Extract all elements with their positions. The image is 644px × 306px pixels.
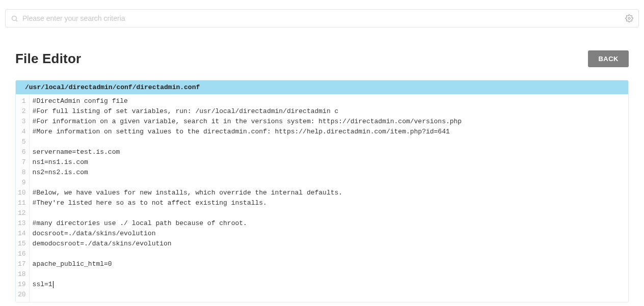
page-title: File Editor xyxy=(15,51,81,67)
line-number: 2 xyxy=(18,106,26,117)
gear-icon[interactable] xyxy=(625,14,633,22)
code-line[interactable] xyxy=(33,249,628,259)
line-number: 14 xyxy=(18,229,26,239)
code-line[interactable]: #They're listed here so as to not affect… xyxy=(33,198,628,208)
code-line[interactable]: #For information on a given variable, se… xyxy=(33,117,628,127)
editor: /usr/local/directadmin/conf/directadmin.… xyxy=(15,80,629,302)
line-number: 15 xyxy=(18,239,26,249)
line-number: 9 xyxy=(18,178,26,188)
code-line[interactable]: ssl=1 xyxy=(33,280,628,290)
code-line[interactable]: apache_public_html=0 xyxy=(33,259,628,269)
code-line[interactable]: #For full listing of set variables, run:… xyxy=(33,106,628,117)
line-number: 17 xyxy=(18,259,26,269)
line-number: 11 xyxy=(18,198,26,208)
line-gutter: 1234567891011121314151617181920 xyxy=(16,94,30,302)
code-line[interactable]: #DirectAdmin config file xyxy=(33,96,628,106)
line-number: 12 xyxy=(18,208,26,218)
line-number: 18 xyxy=(18,269,26,280)
code-line[interactable] xyxy=(33,178,628,188)
line-number: 16 xyxy=(18,249,26,259)
line-number: 4 xyxy=(18,127,26,137)
line-number: 1 xyxy=(18,96,26,106)
page-header: File Editor BACK xyxy=(0,27,644,80)
file-path: /usr/local/directadmin/conf/directadmin.… xyxy=(16,80,628,94)
back-button[interactable]: BACK xyxy=(588,50,629,67)
svg-point-0 xyxy=(12,16,17,20)
line-number: 20 xyxy=(18,290,26,300)
line-number: 10 xyxy=(18,188,26,198)
search-input[interactable] xyxy=(22,14,625,22)
search-icon xyxy=(11,15,18,22)
svg-line-1 xyxy=(16,20,17,21)
line-number: 13 xyxy=(18,218,26,229)
code-line[interactable] xyxy=(33,290,628,300)
line-number: 5 xyxy=(18,137,26,147)
code-line[interactable] xyxy=(33,137,628,147)
text-cursor xyxy=(53,281,53,288)
code-line[interactable]: #More information on setting values to t… xyxy=(33,127,628,137)
code-line[interactable]: servername=test.is.com xyxy=(33,147,628,157)
code-line[interactable]: demodocsroot=./data/skins/evolution xyxy=(33,239,628,249)
code-lines[interactable]: #DirectAdmin config file#For full listin… xyxy=(30,94,628,302)
code-line[interactable]: ns1=ns1.is.com xyxy=(33,157,628,168)
line-number: 3 xyxy=(18,117,26,127)
code-line[interactable] xyxy=(33,269,628,280)
svg-point-2 xyxy=(628,17,630,19)
line-number: 8 xyxy=(18,168,26,178)
code-line[interactable]: docsroot=./data/skins/evolution xyxy=(33,229,628,239)
code-line[interactable]: ns2=ns2.is.com xyxy=(33,168,628,178)
line-number: 6 xyxy=(18,147,26,157)
code-line[interactable]: #many directories use ./ local path beca… xyxy=(33,218,628,229)
line-number: 19 xyxy=(18,280,26,290)
code-area[interactable]: 1234567891011121314151617181920 #DirectA… xyxy=(16,94,628,302)
code-line[interactable] xyxy=(33,208,628,218)
line-number: 7 xyxy=(18,157,26,168)
search-bar xyxy=(5,9,639,27)
code-line[interactable]: #Below, we have values for new installs,… xyxy=(33,188,628,198)
